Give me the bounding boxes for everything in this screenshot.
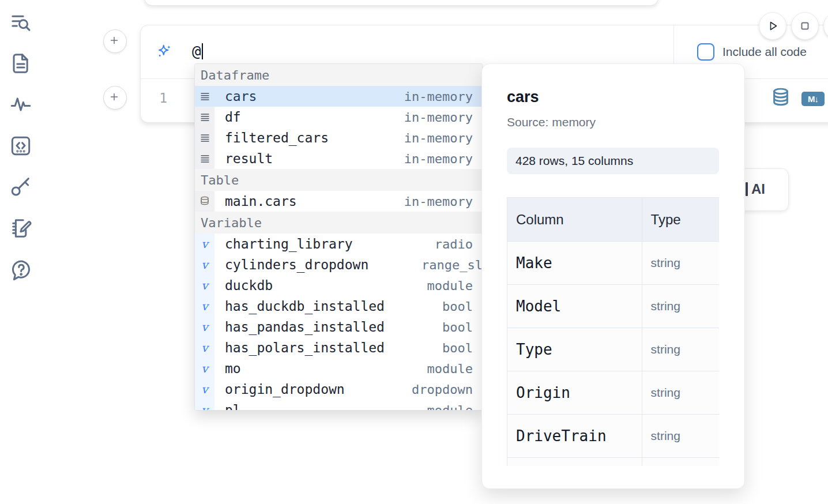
autocomplete-item-has-pandas-installed[interactable]: vhas_pandas_installedbool — [195, 317, 482, 337]
item-type: in-memory — [404, 110, 473, 125]
item-name: result — [225, 151, 273, 166]
autocomplete-item-cars[interactable]: carsin-memory — [195, 86, 482, 107]
autocomplete-item-cylinders-dropdown[interactable]: vcylinders_dropdownrange_slider — [195, 254, 482, 275]
item-name: cylinders_dropdown — [225, 257, 368, 272]
variable-icon: v — [195, 379, 214, 400]
add-cell-below-button[interactable] — [103, 86, 127, 110]
database-icon[interactable] — [771, 87, 791, 109]
variable-icon: v — [195, 358, 214, 379]
preview-title: cars — [507, 88, 744, 106]
autocomplete-item-mo[interactable]: vmomodule — [195, 358, 482, 379]
item-name: filtered_cars — [225, 130, 329, 145]
item-type: bool — [442, 341, 473, 355]
autocomplete-item-duckdb[interactable]: vduckdbmodule — [195, 275, 482, 296]
rows-icon — [195, 107, 214, 127]
preview-schema-table: Column Type MakestringModelstringTypestr… — [507, 197, 719, 466]
autocomplete-item-has-polars-installed[interactable]: vhas_polars_installedbool — [195, 337, 482, 358]
item-type: dropdown — [412, 382, 473, 397]
item-name: duckdb — [225, 278, 273, 293]
item-name: has_pandas_installed — [225, 319, 385, 334]
column-header: Column — [507, 198, 642, 242]
notebook-edit-icon[interactable] — [9, 217, 32, 240]
item-type: in-memory — [404, 89, 473, 104]
schema-row: Makestring — [507, 242, 720, 285]
autocomplete-item-df[interactable]: dfin-memory — [195, 107, 482, 127]
key-icon[interactable] — [9, 175, 32, 198]
help-icon[interactable] — [9, 258, 32, 281]
autocomplete-item-has-duckdb-installed[interactable]: vhas_duckdb_installedbool — [195, 296, 482, 317]
include-all-code-label: Include all code — [722, 45, 807, 59]
item-name: mo — [225, 361, 241, 376]
item-type: range_slider — [421, 258, 483, 272]
text-caret — [202, 43, 203, 59]
autocomplete-item-main-cars[interactable]: main.carsin-memory — [195, 191, 482, 212]
rows-icon — [195, 86, 214, 107]
item-name: charting_library — [225, 236, 353, 251]
autocomplete-dropdown: Dataframecarsin-memorydfin-memoryfiltere… — [194, 63, 483, 411]
variable-icon: v — [195, 275, 214, 296]
rows-icon — [195, 148, 214, 169]
schema-row: DriveTrainstring — [507, 415, 720, 458]
code-snippets-icon[interactable] — [9, 134, 32, 157]
column-name: DriveTrain — [516, 427, 607, 445]
item-name: has_duckdb_installed — [225, 299, 385, 314]
activity-sidebar — [0, 0, 43, 504]
item-type: module — [427, 362, 473, 376]
type-header: Type — [642, 198, 719, 242]
autocomplete-section-header: Dataframe — [195, 64, 482, 86]
schema-row: Typestring — [507, 328, 720, 371]
item-name: df — [225, 110, 241, 125]
item-name: main.cars — [225, 194, 297, 209]
autocomplete-section-header: Table — [195, 169, 482, 191]
autocomplete-item-origin-dropdown[interactable]: vorigin_dropdowndropdown — [195, 379, 482, 400]
clipped-letter-fragment — [746, 182, 748, 196]
markdown-icon[interactable]: M↓ — [801, 92, 825, 106]
item-name: origin_dropdown — [225, 382, 345, 397]
item-name: pl — [225, 403, 241, 411]
schema-row-clipped — [507, 458, 720, 467]
schema-row: Originstring — [507, 371, 720, 415]
line-number: 1 — [155, 91, 167, 106]
autocomplete-item-charting-library[interactable]: vcharting_libraryradio — [195, 234, 482, 254]
variable-icon: v — [195, 400, 214, 411]
schema-row: Modelstring — [507, 285, 720, 328]
item-type: in-memory — [404, 131, 473, 145]
variable-icon: v — [195, 296, 214, 317]
variable-icon: v — [195, 234, 214, 254]
item-name: cars — [225, 89, 257, 104]
preview-shape-badge: 428 rows, 15 columns — [507, 148, 719, 174]
column-type: string — [651, 256, 680, 269]
sparkle-ai-icon — [156, 43, 173, 61]
run-cell-button[interactable] — [759, 12, 786, 40]
activity-icon[interactable] — [9, 93, 32, 116]
autocomplete-item-filtered-cars[interactable]: filtered_carsin-memory — [195, 127, 482, 148]
variable-icon: v — [195, 254, 214, 275]
variable-icon: v — [195, 337, 214, 358]
add-cell-above-button[interactable] — [103, 29, 127, 53]
include-all-code-checkbox[interactable] — [697, 43, 714, 61]
column-type: string — [651, 386, 680, 399]
column-type: string — [651, 299, 680, 313]
prompt-value: @ — [192, 43, 201, 60]
column-type: string — [651, 429, 680, 442]
item-type: in-memory — [404, 152, 473, 166]
item-type: radio — [435, 237, 473, 251]
stop-button[interactable] — [791, 12, 819, 40]
autocomplete-section-header: Variable — [195, 212, 482, 234]
dataframe-preview-popup: cars Source: memory 428 rows, 15 columns… — [481, 63, 745, 489]
item-type: bool — [442, 299, 473, 314]
column-name: Type — [516, 341, 552, 358]
autocomplete-item-pl[interactable]: vplmodule — [195, 400, 482, 411]
list-search-icon[interactable] — [9, 12, 32, 35]
variable-icon: v — [195, 317, 214, 337]
column-name: Model — [516, 298, 561, 315]
autocomplete-item-result[interactable]: resultin-memory — [195, 148, 482, 169]
file-document-icon[interactable] — [9, 52, 32, 75]
preview-source: Source: memory — [507, 115, 744, 129]
column-type: string — [651, 343, 680, 356]
ai-prompt-input[interactable]: @ — [192, 43, 203, 60]
previous-cell — [144, 0, 658, 6]
rows-icon — [195, 127, 214, 148]
item-type: module — [427, 403, 473, 411]
column-name: Origin — [516, 384, 570, 401]
